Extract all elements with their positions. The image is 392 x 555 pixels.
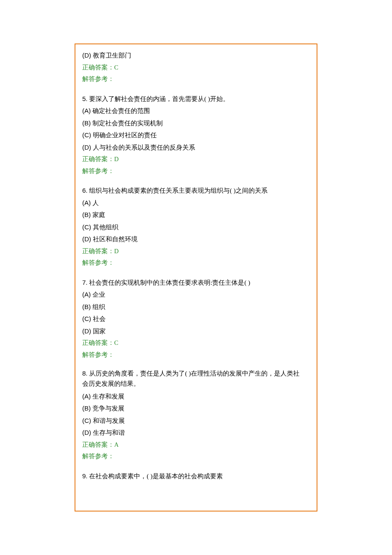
q5-option-d: (D) 人与社会的关系以及责任的反身关系 <box>82 142 310 154</box>
q5-option-a: (A) 确定社会责任的范围 <box>82 105 310 117</box>
option-text: 社区和自然环境 <box>91 235 138 243</box>
option-text: 企业 <box>91 291 105 298</box>
question-number: 7. <box>82 279 88 286</box>
q4-option-d: (D) 教育卫生部门 <box>82 49 310 62</box>
option-text: 其他组织 <box>91 223 118 231</box>
option-letter: (B) <box>82 303 91 310</box>
q6-option-b: (B) 家庭 <box>82 209 310 221</box>
correct-answer-label: 正确答案： <box>82 441 114 448</box>
correct-answer-label: 正确答案： <box>82 64 114 71</box>
reference-label: 解答参考： <box>82 259 114 266</box>
correct-answer-label: 正确答案： <box>82 248 114 254</box>
option-letter: (A) <box>82 107 91 114</box>
q8-correct-answer: 正确答案：A <box>82 439 310 451</box>
q5-reference: 解答参考： <box>82 165 310 177</box>
q8-option-c: (C) 和谐与发展 <box>82 415 310 427</box>
correct-answer-value: C <box>114 64 118 71</box>
q8-option-d: (D) 生存与和谐 <box>82 427 310 439</box>
correct-answer-value: C <box>114 339 118 346</box>
q8-reference: 解答参考： <box>82 451 310 462</box>
q9-title: 9. 在社会构成要素中，( )是最基本的社会构成要素 <box>82 470 310 483</box>
option-text: 和谐与发展 <box>91 417 125 424</box>
option-text: 家庭 <box>91 211 105 218</box>
q5-correct-answer: 正确答案：D <box>82 153 310 165</box>
q8-option-b: (B) 竞争与发展 <box>82 402 310 415</box>
question-text: 在社会构成要素中，( )是最基本的社会构成要素 <box>88 473 223 480</box>
option-letter: (C) <box>82 417 91 424</box>
option-text: 竞争与发展 <box>91 405 124 412</box>
q5-option-c: (C) 明确企业对社区的责任 <box>82 129 310 142</box>
option-text: 人与社会的关系以及责任的反身关系 <box>91 144 195 151</box>
option-letter: (A) <box>82 393 91 400</box>
q5-option-b: (B) 制定社会责任的实现机制 <box>82 117 310 130</box>
q6-correct-answer: 正确答案：D <box>82 246 310 257</box>
option-letter: (B) <box>82 119 91 127</box>
option-letter: (C) <box>82 131 91 139</box>
q8-title-line2: 会历史发展的结果。 <box>82 379 310 389</box>
reference-label: 解答参考： <box>82 351 114 358</box>
option-text: 确定社会责任的范围 <box>91 107 150 114</box>
q5-title: 5. 要深入了解社会责任的内涵，首先需要从( )开始。 <box>82 93 310 105</box>
q7-reference: 解答参考： <box>82 349 310 361</box>
correct-answer-value: A <box>114 441 118 448</box>
question-text: 组织与社会构成要素的责任关系主要表现为组织与( )之间的关系 <box>88 187 268 194</box>
question-text: 社会责任的实现机制中的主体责任要求表明:责任主体是( ) <box>88 279 251 286</box>
option-text: 组织 <box>91 303 105 310</box>
q8-option-a: (A) 生存和发展 <box>82 390 310 403</box>
option-text: 生存和发展 <box>91 393 124 400</box>
q6-option-d: (D) 社区和自然环境 <box>82 233 310 246</box>
option-text: 人 <box>91 199 99 206</box>
spacer <box>82 361 310 368</box>
option-letter: (B) <box>82 211 91 218</box>
option-text: 生存与和谐 <box>91 429 125 436</box>
option-text: 国家 <box>91 327 106 335</box>
q4-correct-answer: 正确答案：C <box>82 62 310 74</box>
page: (D) 教育卫生部门 正确答案：C 解答参考： 5. 要深入了解社会责任的内涵，… <box>0 0 392 555</box>
question-number: 6. <box>82 187 88 194</box>
reference-label: 解答参考： <box>82 168 114 174</box>
option-text: 明确企业对社区的责任 <box>91 131 157 139</box>
correct-answer-value: D <box>114 248 118 254</box>
spacer <box>82 462 310 470</box>
q7-option-b: (B) 组织 <box>82 301 310 313</box>
reference-label: 解答参考： <box>82 75 114 82</box>
q7-option-d: (D) 国家 <box>82 325 310 338</box>
correct-answer-label: 正确答案： <box>82 339 114 346</box>
spacer <box>82 269 310 277</box>
q6-title: 6. 组织与社会构成要素的责任关系主要表现为组织与( )之间的关系 <box>82 185 310 197</box>
option-letter: (D) <box>82 52 91 59</box>
correct-answer-value: D <box>114 156 118 162</box>
question-text-cont: 会历史发展的结果。 <box>82 380 140 387</box>
option-letter: (A) <box>82 199 91 206</box>
option-text: 制定社会责任的实现机制 <box>91 119 163 127</box>
option-text: 社会 <box>91 315 106 322</box>
option-letter: (C) <box>82 223 91 231</box>
question-number: 9. <box>82 472 88 480</box>
reference-label: 解答参考： <box>82 453 114 460</box>
question-text: 从历史的角度看，责任是人类为了( )在理性活动的发展中产生的，是人类社 <box>88 370 300 377</box>
correct-answer-label: 正确答案： <box>82 156 114 162</box>
q8-title-line1: 8. 从历史的角度看，责任是人类为了( )在理性活动的发展中产生的，是人类社 <box>82 368 310 379</box>
q7-option-c: (C) 社会 <box>82 313 310 325</box>
option-letter: (D) <box>82 327 91 335</box>
q7-correct-answer: 正确答案：C <box>82 337 310 349</box>
q6-option-c: (C) 其他组织 <box>82 221 310 234</box>
q6-reference: 解答参考： <box>82 257 310 269</box>
spacer <box>82 177 310 185</box>
q7-title: 7. 社会责任的实现机制中的主体责任要求表明:责任主体是( ) <box>82 277 310 289</box>
q4-reference: 解答参考： <box>82 73 310 85</box>
option-letter: (D) <box>82 144 91 151</box>
option-letter: (C) <box>82 315 91 322</box>
content-box: (D) 教育卫生部门 正确答案：C 解答参考： 5. 要深入了解社会责任的内涵，… <box>75 43 317 512</box>
question-number: 8. <box>82 370 88 377</box>
question-number: 5. <box>82 95 88 102</box>
option-letter: (D) <box>82 235 91 243</box>
option-letter: (B) <box>82 405 91 412</box>
option-letter: (D) <box>82 429 91 436</box>
q6-option-a: (A) 人 <box>82 197 310 209</box>
option-text: 教育卫生部门 <box>91 52 131 59</box>
spacer <box>82 85 310 93</box>
option-letter: (A) <box>82 291 91 298</box>
question-text: 要深入了解社会责任的内涵，首先需要从( )开始。 <box>88 95 230 102</box>
q7-option-a: (A) 企业 <box>82 289 310 301</box>
